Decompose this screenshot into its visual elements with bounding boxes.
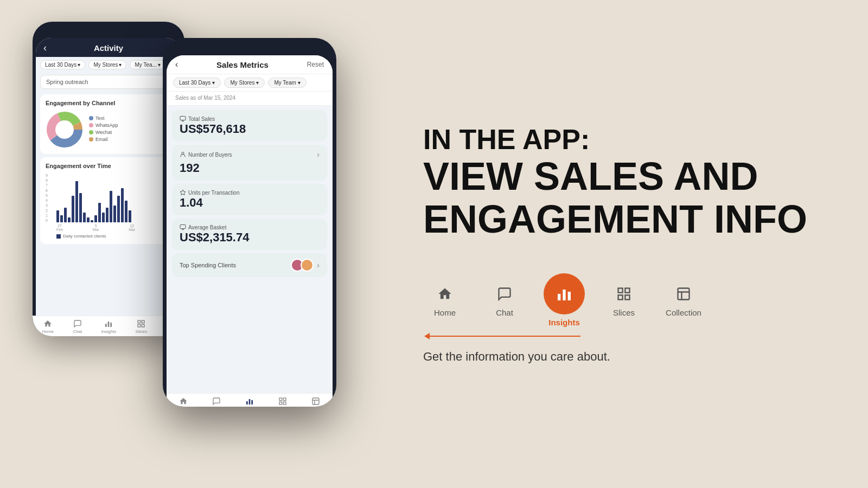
search-bar-back — [36, 73, 181, 91]
top-clients-label: Top Spending Clients — [180, 262, 236, 268]
metric-buyers[interactable]: Number of Buyers › 192 — [172, 145, 327, 181]
chat-icon — [494, 283, 515, 305]
reset-button[interactable]: Reset — [307, 61, 324, 68]
avatar-stack — [291, 259, 314, 272]
basket-value: US$2,315.74 — [180, 230, 320, 245]
svg-rect-11 — [142, 324, 145, 327]
sm-filters: Last 30 Days ▾ My Stores ▾ My Team ▾ — [167, 74, 333, 92]
display-nav-home[interactable]: Home — [423, 283, 467, 317]
filter-bar-back: Last 30 Days ▾ My Stores ▾ My Tea... ▾ — [36, 57, 181, 73]
tagline: Get the information you care about. — [423, 350, 835, 364]
total-sales-label: Total Sales — [180, 115, 320, 122]
buyers-chevron: › — [317, 150, 320, 159]
home-icon — [434, 283, 456, 305]
buyers-label: Number of Buyers — [180, 151, 232, 158]
screen-front: ‹ Sales Metrics Reset Last 30 Days ▾ My … — [167, 55, 333, 407]
headline-line2: VIEW SALES AND — [423, 155, 835, 198]
svg-rect-17 — [249, 399, 251, 404]
svg-rect-24 — [558, 294, 560, 300]
insights-icon-circle — [544, 273, 585, 314]
activity-title: Activity — [94, 43, 123, 53]
svg-rect-9 — [142, 320, 145, 323]
sm-nav-slices[interactable]: Slices — [271, 397, 295, 407]
svg-point-4 — [57, 122, 72, 137]
units-value: 1.04 — [180, 196, 320, 210]
svg-rect-8 — [138, 320, 141, 323]
engagement-over-time: Engagement over Time 9876543210 — [40, 157, 177, 244]
nav-slices-back[interactable]: Slices — [136, 319, 147, 334]
filter-chip-2[interactable]: My Stores ▾ — [88, 60, 126, 69]
headline: IN THE APP: VIEW SALES AND ENGAGEMENT IN… — [423, 124, 835, 241]
donut-chart: Text WhatsApp Wechat Email — [46, 111, 171, 149]
svg-rect-10 — [138, 324, 141, 327]
sm-nav-home[interactable]: Home — [171, 397, 195, 407]
svg-rect-29 — [618, 296, 623, 300]
bottom-nav-display: Home Chat Insights Slices — [423, 273, 835, 327]
display-nav-home-label: Home — [434, 308, 456, 317]
basket-label: Average Basket — [180, 224, 320, 230]
phone-back-bottom-nav: Home Chat Insights Slices C... — [36, 316, 181, 336]
screen-back: ‹ Activity Last 30 Days ▾ My Stores ▾ My… — [36, 38, 181, 336]
filter-chip-3[interactable]: My Tea... ▾ — [130, 60, 165, 69]
sm-header: ‹ Sales Metrics Reset — [167, 55, 333, 74]
headline-line1: IN THE APP: — [423, 124, 835, 155]
search-input-back[interactable] — [40, 75, 177, 89]
arrow-connector — [423, 336, 835, 337]
svg-rect-21 — [279, 402, 282, 404]
sm-chip-1[interactable]: Last 30 Days ▾ — [173, 78, 221, 88]
notch-front — [220, 38, 279, 51]
svg-rect-6 — [108, 322, 110, 327]
activity-header: ‹ Activity — [36, 38, 181, 57]
svg-rect-28 — [625, 288, 629, 293]
display-nav-collection[interactable]: Collection — [662, 283, 705, 317]
units-label: Units per Transaction — [180, 189, 320, 196]
collection-icon — [673, 283, 694, 305]
display-nav-collection-label: Collection — [666, 308, 701, 317]
svg-rect-18 — [251, 400, 253, 404]
arrow-line — [429, 336, 580, 337]
svg-point-14 — [182, 152, 184, 155]
filter-chip-1[interactable]: Last 30 Days ▾ — [40, 60, 85, 69]
bar-chart: 9876543210 — [46, 174, 171, 222]
svg-rect-22 — [283, 402, 286, 404]
svg-rect-13 — [180, 117, 186, 120]
donut-legend: Text WhatsApp Wechat Email — [89, 115, 118, 144]
back-button-back[interactable]: ‹ — [43, 42, 47, 54]
sm-bottom-nav: Home Chat Insights Slices Collection — [167, 393, 333, 407]
sm-nav-insights[interactable]: Insights — [238, 397, 261, 407]
sm-nav-collection[interactable]: Collection — [304, 397, 328, 407]
svg-rect-20 — [283, 398, 286, 401]
svg-rect-7 — [111, 323, 112, 327]
total-sales-value: US$576,618 — [180, 122, 320, 136]
right-section: IN THE APP: VIEW SALES AND ENGAGEMENT IN… — [401, 0, 868, 488]
svg-rect-30 — [625, 296, 629, 300]
svg-rect-27 — [618, 288, 623, 293]
sm-nav-chat[interactable]: Chat — [205, 397, 228, 407]
display-nav-insights-label: Insights — [548, 318, 580, 327]
phones-section: ‹ Activity Last 30 Days ▾ My Stores ▾ My… — [0, 0, 401, 488]
slices-icon — [613, 283, 635, 305]
svg-rect-23 — [312, 398, 319, 404]
y-axis: 9876543210 — [46, 174, 48, 222]
nav-insights-back[interactable]: Insights — [101, 319, 117, 334]
headline-line3: ENGAGEMENT INFO — [423, 198, 835, 241]
svg-rect-25 — [563, 290, 565, 300]
sm-chip-2[interactable]: My Stores ▾ — [224, 78, 265, 88]
phone-front: ‹ Sales Metrics Reset Last 30 Days ▾ My … — [163, 38, 336, 407]
display-nav-chat[interactable]: Chat — [483, 283, 526, 317]
sm-chip-3[interactable]: My Team ▾ — [268, 78, 306, 88]
nav-chat-back[interactable]: Chat — [73, 319, 82, 334]
display-nav-slices[interactable]: Slices — [602, 283, 646, 317]
buyers-value: 192 — [180, 161, 320, 175]
back-button-front[interactable]: ‹ — [175, 60, 178, 69]
svg-rect-31 — [678, 288, 690, 300]
svg-rect-15 — [180, 225, 186, 229]
top-clients-card[interactable]: Top Spending Clients › — [172, 253, 327, 277]
notch-back — [81, 22, 136, 34]
svg-rect-26 — [568, 292, 571, 300]
metric-basket: Average Basket US$2,315.74 — [172, 219, 327, 250]
engagement-by-channel: Engagement by Channel Text WhatsApp Wech… — [40, 94, 177, 154]
display-nav-slices-label: Slices — [613, 308, 635, 317]
display-nav-insights[interactable]: Insights — [542, 273, 586, 327]
nav-home-back[interactable]: Home — [42, 319, 54, 334]
